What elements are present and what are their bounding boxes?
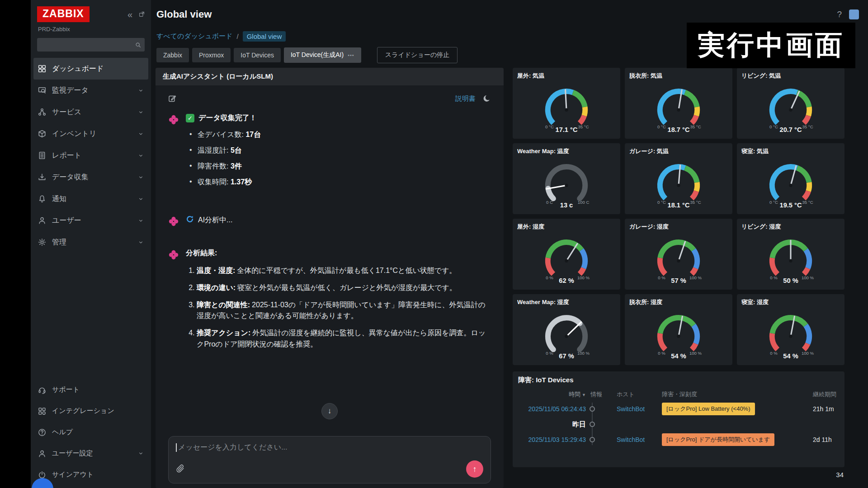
sidebar-item-administration[interactable]: 管理 bbox=[31, 231, 151, 253]
analysis-list: 温度・湿度:全体的に平穏ですが、外気温計が最も低く17.1°Cと低い状態です。環… bbox=[197, 265, 491, 350]
breadcrumb-all-dashboards-link[interactable]: すべてのダッシュボード bbox=[156, 32, 233, 41]
undock-sidebar-icon[interactable] bbox=[139, 11, 145, 17]
svg-text:0 °C: 0 °C bbox=[545, 124, 554, 129]
support-icon bbox=[38, 386, 46, 394]
search-box bbox=[37, 38, 145, 52]
svg-text:54 %: 54 % bbox=[671, 352, 686, 360]
problems-column-label: 時間 bbox=[569, 391, 580, 398]
sidebar-item-monitoring[interactable]: 監視データ bbox=[31, 80, 151, 101]
gauge-title: Weather Map: 湿度 bbox=[517, 298, 616, 306]
gauge-widget: 寝室: 気温0 °C35 °C19.5 °C bbox=[737, 143, 844, 214]
sidebar-item-integrations[interactable]: インテグレーション bbox=[31, 400, 151, 422]
sidebar-item-label: ダッシュボード bbox=[52, 64, 104, 74]
collapse-sidebar-icon[interactable]: « bbox=[127, 10, 132, 19]
sidebar-item-users[interactable]: ユーザー bbox=[31, 210, 151, 231]
sidebar-item-inventory[interactable]: インベントリ bbox=[31, 123, 151, 145]
sidebar-item-user-settings[interactable]: ユーザー設定 bbox=[31, 443, 151, 464]
svg-text:20.7 °C: 20.7 °C bbox=[780, 126, 802, 133]
breadcrumb-current[interactable]: Global view bbox=[243, 31, 286, 42]
svg-text:35 °C: 35 °C bbox=[690, 124, 701, 129]
gauge-title: 脱衣所: 湿度 bbox=[629, 298, 728, 306]
problem-time-link[interactable]: 2025/11/03 15:29:43 bbox=[518, 436, 586, 443]
sidebar-item-label: ヘルプ bbox=[52, 428, 73, 436]
tab-IoT Devices[interactable]: IoT Devices bbox=[234, 48, 281, 62]
tab-Proxmox[interactable]: Proxmox bbox=[192, 48, 231, 62]
text-caret bbox=[176, 443, 177, 452]
help-icon[interactable]: ? bbox=[837, 9, 842, 19]
ai-sparkle-icon bbox=[168, 114, 179, 202]
analysis-item-label: 環境の違い: bbox=[197, 284, 236, 291]
manual-link[interactable]: 説明書 bbox=[455, 94, 476, 103]
chevron-down-icon bbox=[138, 218, 144, 224]
sidebar-item-dashboard[interactable]: ダッシュボード bbox=[33, 58, 148, 80]
svg-text:0 %: 0 % bbox=[546, 275, 553, 280]
svg-text:0 %: 0 % bbox=[658, 275, 665, 280]
problems-date-separator: 昨日 bbox=[518, 417, 844, 432]
notifications-icon bbox=[38, 195, 46, 203]
message-input[interactable]: メッセージを入力してください... bbox=[176, 443, 483, 452]
scroll-down-button[interactable]: ↓ bbox=[321, 403, 338, 419]
problems-column-4: 継続期間 bbox=[813, 390, 844, 399]
summary-item-value: 3件 bbox=[231, 162, 242, 170]
reports-icon bbox=[38, 151, 46, 160]
problems-column-label: 情報 bbox=[590, 391, 602, 398]
zabbix-logo[interactable]: ZABBIX bbox=[37, 6, 90, 22]
problem-host-link[interactable]: SwitchBot bbox=[617, 405, 657, 413]
svg-text:100 %: 100 % bbox=[802, 351, 814, 356]
message-input-box: メッセージを入力してください... ↑ bbox=[168, 436, 491, 483]
sidebar-item-data-collection[interactable]: データ収集 bbox=[31, 166, 151, 188]
sidebar-item-label: サインアウト bbox=[52, 470, 94, 479]
send-button[interactable]: ↑ bbox=[466, 460, 483, 478]
sidebar-item-support[interactable]: サポート bbox=[31, 379, 151, 400]
problem-host-link[interactable]: SwitchBot bbox=[617, 436, 657, 443]
separator-label: 昨日 bbox=[518, 420, 586, 429]
summary-item-value: 17台 bbox=[245, 131, 261, 138]
server-name: PRD-Zabbix bbox=[31, 22, 151, 33]
gauge-title: 屋外: 気温 bbox=[517, 72, 616, 80]
tab-label: IoT Devices bbox=[241, 52, 274, 59]
copy-button[interactable] bbox=[186, 232, 188, 234]
search-icon[interactable] bbox=[135, 42, 141, 48]
ai-sparkle-icon bbox=[168, 216, 179, 235]
chat-message-body: 分析結果:温度・湿度:全体的に平穏ですが、外気温計が最も低く17.1°Cと低い状… bbox=[186, 249, 491, 356]
sidebar-item-reports[interactable]: レポート bbox=[31, 145, 151, 166]
compose-icon[interactable] bbox=[168, 94, 176, 103]
analysis-item-label: 障害との関連性: bbox=[197, 301, 250, 309]
problems-column-3: 障害・深刻度 bbox=[662, 390, 808, 399]
dark-mode-moon-icon[interactable] bbox=[483, 94, 491, 103]
annotation-overlay: 実行中画面 bbox=[687, 23, 855, 68]
svg-text:35 °C: 35 °C bbox=[802, 124, 813, 129]
chevron-down-icon bbox=[138, 174, 144, 180]
tab-Zabbix[interactable]: Zabbix bbox=[156, 48, 189, 62]
tab-kebab-menu-icon[interactable]: ••• bbox=[348, 52, 354, 58]
sidebar-item-notifications[interactable]: 通知 bbox=[31, 188, 151, 210]
search-input[interactable] bbox=[41, 41, 135, 48]
svg-text:54 %: 54 % bbox=[783, 352, 798, 360]
copy-button[interactable] bbox=[186, 199, 188, 201]
problem-severity-badge[interactable]: [ロックPro] ドアが長時間開いています bbox=[662, 433, 774, 446]
gauge-widget: Weather Map: 湿度0 %100 %67 % bbox=[513, 294, 620, 365]
problem-time-link[interactable]: 2025/11/05 06:24:43 bbox=[518, 405, 586, 413]
attachment-paperclip-icon[interactable] bbox=[176, 465, 185, 474]
svg-text:62 %: 62 % bbox=[559, 277, 574, 284]
signout-icon bbox=[38, 471, 46, 479]
problems-panel: 障害: IoT Devices 時間▼情報ホスト障害・深刻度継続期間 2025/… bbox=[513, 371, 844, 467]
svg-text:0 C: 0 C bbox=[546, 200, 553, 205]
sidebar-item-help[interactable]: ヘルプ bbox=[31, 422, 151, 443]
success-check-icon: ✓ bbox=[186, 114, 194, 122]
analysis-item-label: 推奨アクション: bbox=[197, 329, 250, 337]
summary-item-label: 収集時間: bbox=[198, 178, 231, 186]
svg-text:67 %: 67 % bbox=[559, 352, 574, 360]
svg-text:0 %: 0 % bbox=[546, 351, 553, 356]
svg-text:0 %: 0 % bbox=[770, 275, 778, 280]
analysis-item: 障害との関連性:2025-11-03の「ドアが長時間開いています」障害発生時に、… bbox=[197, 300, 491, 322]
problems-column-0[interactable]: 時間▼ bbox=[518, 390, 586, 399]
sidebar-item-label: データ収集 bbox=[52, 173, 89, 182]
problem-severity-badge[interactable]: [ロックPro] Low Battery (<40%) bbox=[662, 403, 755, 415]
user-avatar[interactable] bbox=[849, 9, 859, 19]
tab-IoT Device(生成AI)[interactable]: IoT Device(生成AI)••• bbox=[284, 47, 361, 63]
gauge-title: ガレージ: 湿度 bbox=[629, 223, 728, 231]
sidebar-nav: ダッシュボード監視データサービスインベントリレポートデータ収集通知ユーザー管理 bbox=[31, 58, 151, 253]
sidebar-item-services[interactable]: サービス bbox=[31, 101, 151, 123]
stop-slideshow-button[interactable]: スライドショーの停止 bbox=[377, 47, 458, 63]
